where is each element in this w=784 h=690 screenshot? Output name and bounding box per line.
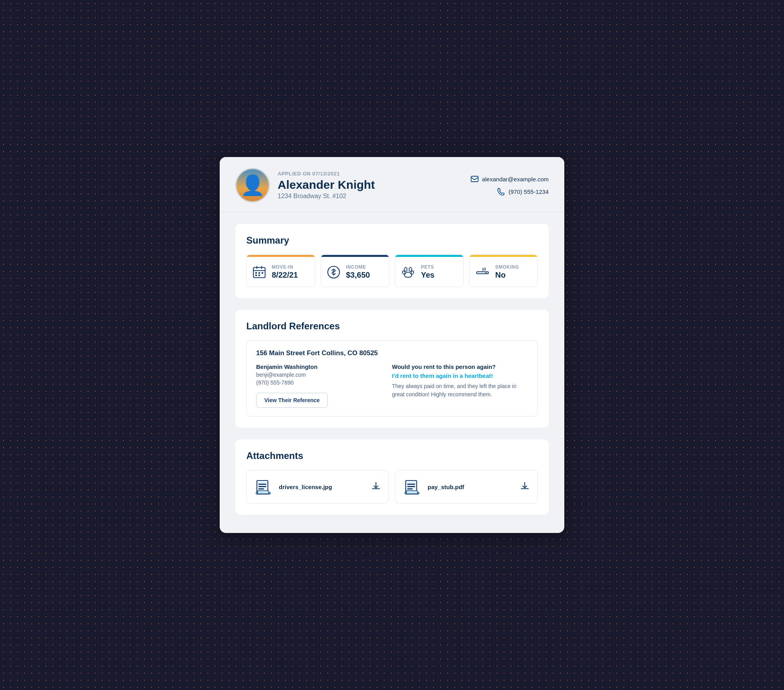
svg-point-8 <box>405 267 407 271</box>
application-card: APPLIED ON 07/13/2021 Alexander Knight 1… <box>220 157 564 533</box>
attachment-item-1[interactable]: drivers_license.jpg <box>246 470 389 504</box>
email-value: alexandar@example.com <box>482 176 549 182</box>
svg-rect-21 <box>407 484 415 485</box>
applicant-address: 1234 Broadway St. #102 <box>278 193 375 200</box>
applied-label: APPLIED ON 07/13/2021 <box>278 171 375 177</box>
svg-point-9 <box>409 267 412 271</box>
svg-rect-22 <box>407 486 415 487</box>
file-name-2: pay_stub.pdf <box>428 484 464 490</box>
phone-value: (970) 555-1234 <box>508 188 549 195</box>
phone-contact: (970) 555-1234 <box>497 187 549 196</box>
svg-rect-6 <box>258 275 260 276</box>
dollar-icon <box>327 265 341 279</box>
attachment-left-1: drivers_license.jpg <box>255 477 332 496</box>
calendar-icon <box>252 265 266 279</box>
reference-question: Would you rent to this person again? <box>392 363 528 370</box>
summary-title: Summary <box>246 235 538 246</box>
email-contact: alexandar@example.com <box>470 175 549 183</box>
svg-rect-19 <box>258 491 269 494</box>
svg-rect-3 <box>258 272 260 274</box>
svg-rect-5 <box>255 275 257 276</box>
svg-rect-13 <box>486 272 488 274</box>
header-left: APPLIED ON 07/13/2021 Alexander Knight 1… <box>235 168 375 202</box>
file-icon-1 <box>255 477 273 496</box>
svg-rect-15 <box>258 484 266 485</box>
attachments-section: Attachments <box>235 439 549 515</box>
move-in-label: MOVE-IN <box>272 264 298 270</box>
pets-card: PETS Yes <box>395 255 464 287</box>
avatar <box>235 168 270 202</box>
reference-grid: Benjamin Washington benji@example.com (9… <box>256 363 528 408</box>
file-name-1: drivers_license.jpg <box>279 484 332 490</box>
download-icon-2 <box>520 481 529 493</box>
svg-rect-16 <box>258 486 266 487</box>
svg-rect-2 <box>255 272 257 274</box>
main-content: Summary <box>220 212 564 526</box>
attachment-item-2[interactable]: pay_stub.pdf <box>395 470 538 504</box>
income-value: $3,650 <box>346 271 370 280</box>
header-right: alexandar@example.com (970) 555-1234 <box>470 175 549 196</box>
smoking-label: SMOKING <box>495 264 519 270</box>
view-reference-button[interactable]: View Their Reference <box>256 393 328 408</box>
reference-address: 156 Main Street Fort Collins, CO 80525 <box>256 349 528 357</box>
landlord-refs-title: Landlord References <box>246 321 538 332</box>
reference-right: Would you rent to this person again? I'd… <box>392 363 528 408</box>
reference-email: benji@example.com <box>256 372 392 378</box>
summary-section: Summary <box>235 224 549 298</box>
svg-rect-4 <box>262 272 263 274</box>
attachment-left-2: pay_stub.pdf <box>403 477 464 496</box>
reference-comment: They always paid on time, and they left … <box>392 382 528 399</box>
svg-rect-12 <box>477 272 486 274</box>
move-in-card: MOVE-IN 8/22/21 <box>246 255 315 287</box>
income-label: INCOME <box>346 264 370 270</box>
header-info: APPLIED ON 07/13/2021 Alexander Knight 1… <box>278 171 375 200</box>
svg-rect-17 <box>258 488 264 490</box>
svg-rect-23 <box>407 488 413 490</box>
smoking-value: No <box>495 271 519 280</box>
header: APPLIED ON 07/13/2021 Alexander Knight 1… <box>220 157 564 212</box>
pets-label: PETS <box>421 264 434 270</box>
phone-icon <box>497 187 505 196</box>
reference-phone: (970) 555-7890 <box>256 379 392 386</box>
reference-answer: I'd rent to them again in a heartbeat! <box>392 372 528 379</box>
applicant-name: Alexander Knight <box>278 178 375 191</box>
attachments-grid: drivers_license.jpg <box>246 470 538 504</box>
reference-name: Benjamin Washington <box>256 363 392 370</box>
smoking-card: SMOKING No <box>469 255 538 287</box>
email-icon <box>470 175 479 183</box>
pets-value: Yes <box>421 271 434 280</box>
paw-icon <box>401 265 415 280</box>
cigarette-icon <box>475 265 490 280</box>
reference-box: 156 Main Street Fort Collins, CO 80525 B… <box>246 340 538 417</box>
file-icon-2 <box>403 477 422 496</box>
svg-rect-0 <box>471 176 478 182</box>
attachments-title: Attachments <box>246 450 538 461</box>
download-icon-1 <box>371 481 381 493</box>
income-card: INCOME $3,650 <box>321 255 390 287</box>
summary-cards: MOVE-IN 8/22/21 <box>246 255 538 287</box>
reference-left: Benjamin Washington benji@example.com (9… <box>256 363 392 408</box>
landlord-references-section: Landlord References 156 Main Street Fort… <box>235 310 549 428</box>
move-in-value: 8/22/21 <box>272 271 298 280</box>
svg-rect-25 <box>406 491 417 494</box>
